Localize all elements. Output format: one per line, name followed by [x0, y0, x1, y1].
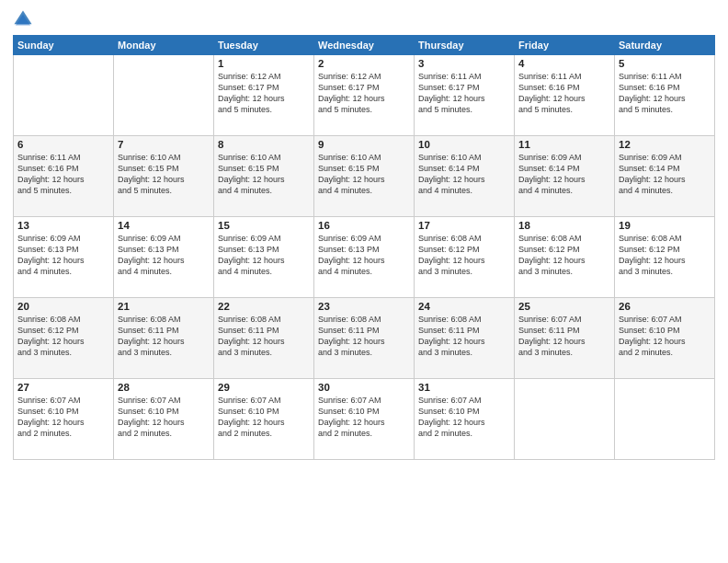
calendar-week-3: 13Sunrise: 6:09 AM Sunset: 6:13 PM Dayli… [14, 217, 715, 298]
calendar-cell: 7Sunrise: 6:10 AM Sunset: 6:15 PM Daylig… [114, 136, 214, 217]
calendar-cell: 15Sunrise: 6:09 AM Sunset: 6:13 PM Dayli… [214, 217, 314, 298]
weekday-header-wednesday: Wednesday [314, 36, 415, 55]
calendar-cell [14, 55, 114, 136]
day-number: 17 [418, 220, 510, 231]
day-info: Sunrise: 6:07 AM Sunset: 6:10 PM Dayligh… [218, 395, 310, 440]
calendar-week-1: 1Sunrise: 6:12 AM Sunset: 6:17 PM Daylig… [14, 55, 715, 136]
day-number: 30 [318, 382, 410, 393]
day-info: Sunrise: 6:08 AM Sunset: 6:12 PM Dayligh… [619, 233, 711, 278]
calendar-cell: 26Sunrise: 6:07 AM Sunset: 6:10 PM Dayli… [615, 298, 715, 379]
calendar-cell: 8Sunrise: 6:10 AM Sunset: 6:15 PM Daylig… [214, 136, 314, 217]
calendar-table: SundayMondayTuesdayWednesdayThursdayFrid… [13, 35, 715, 460]
day-info: Sunrise: 6:07 AM Sunset: 6:11 PM Dayligh… [518, 314, 610, 359]
weekday-header-saturday: Saturday [615, 36, 715, 55]
day-info: Sunrise: 6:11 AM Sunset: 6:16 PM Dayligh… [17, 152, 109, 197]
weekday-header-sunday: Sunday [14, 36, 114, 55]
calendar-cell: 12Sunrise: 6:09 AM Sunset: 6:14 PM Dayli… [615, 136, 715, 217]
day-info: Sunrise: 6:12 AM Sunset: 6:17 PM Dayligh… [218, 71, 310, 116]
calendar-cell: 27Sunrise: 6:07 AM Sunset: 6:10 PM Dayli… [14, 379, 114, 460]
calendar-cell: 29Sunrise: 6:07 AM Sunset: 6:10 PM Dayli… [214, 379, 314, 460]
day-info: Sunrise: 6:11 AM Sunset: 6:16 PM Dayligh… [518, 71, 610, 116]
calendar-cell: 6Sunrise: 6:11 AM Sunset: 6:16 PM Daylig… [14, 136, 114, 217]
calendar-cell: 4Sunrise: 6:11 AM Sunset: 6:16 PM Daylig… [515, 55, 615, 136]
header [13, 9, 715, 29]
day-number: 19 [619, 220, 711, 231]
day-info: Sunrise: 6:12 AM Sunset: 6:17 PM Dayligh… [318, 71, 410, 116]
calendar-cell [114, 55, 214, 136]
calendar-cell: 23Sunrise: 6:08 AM Sunset: 6:11 PM Dayli… [314, 298, 415, 379]
weekday-header-monday: Monday [114, 36, 214, 55]
day-info: Sunrise: 6:11 AM Sunset: 6:16 PM Dayligh… [619, 71, 711, 116]
calendar-cell: 16Sunrise: 6:09 AM Sunset: 6:13 PM Dayli… [314, 217, 415, 298]
day-info: Sunrise: 6:09 AM Sunset: 6:13 PM Dayligh… [318, 233, 410, 278]
calendar-body: 1Sunrise: 6:12 AM Sunset: 6:17 PM Daylig… [14, 55, 715, 460]
calendar-cell: 22Sunrise: 6:08 AM Sunset: 6:11 PM Dayli… [214, 298, 314, 379]
day-info: Sunrise: 6:09 AM Sunset: 6:13 PM Dayligh… [118, 233, 210, 278]
calendar-cell: 19Sunrise: 6:08 AM Sunset: 6:12 PM Dayli… [615, 217, 715, 298]
day-number: 24 [418, 301, 510, 312]
logo-icon [13, 9, 33, 29]
day-info: Sunrise: 6:08 AM Sunset: 6:11 PM Dayligh… [318, 314, 410, 359]
day-number: 10 [418, 139, 510, 150]
calendar-cell: 20Sunrise: 6:08 AM Sunset: 6:12 PM Dayli… [14, 298, 114, 379]
calendar-cell [615, 379, 715, 460]
day-info: Sunrise: 6:08 AM Sunset: 6:11 PM Dayligh… [418, 314, 510, 359]
day-info: Sunrise: 6:09 AM Sunset: 6:14 PM Dayligh… [619, 152, 711, 197]
day-info: Sunrise: 6:07 AM Sunset: 6:10 PM Dayligh… [418, 395, 510, 440]
calendar-cell: 21Sunrise: 6:08 AM Sunset: 6:11 PM Dayli… [114, 298, 214, 379]
weekday-header-tuesday: Tuesday [214, 36, 314, 55]
day-info: Sunrise: 6:07 AM Sunset: 6:10 PM Dayligh… [118, 395, 210, 440]
day-number: 31 [418, 382, 510, 393]
calendar-week-5: 27Sunrise: 6:07 AM Sunset: 6:10 PM Dayli… [14, 379, 715, 460]
day-number: 9 [318, 139, 410, 150]
day-number: 16 [318, 220, 410, 231]
calendar-cell [515, 379, 615, 460]
day-info: Sunrise: 6:11 AM Sunset: 6:17 PM Dayligh… [418, 71, 510, 116]
calendar-week-4: 20Sunrise: 6:08 AM Sunset: 6:12 PM Dayli… [14, 298, 715, 379]
calendar-cell: 28Sunrise: 6:07 AM Sunset: 6:10 PM Dayli… [114, 379, 214, 460]
day-info: Sunrise: 6:08 AM Sunset: 6:12 PM Dayligh… [418, 233, 510, 278]
day-number: 29 [218, 382, 310, 393]
day-info: Sunrise: 6:08 AM Sunset: 6:12 PM Dayligh… [518, 233, 610, 278]
day-number: 8 [218, 139, 310, 150]
calendar-cell: 9Sunrise: 6:10 AM Sunset: 6:15 PM Daylig… [314, 136, 415, 217]
day-number: 14 [118, 220, 210, 231]
calendar-cell: 31Sunrise: 6:07 AM Sunset: 6:10 PM Dayli… [415, 379, 515, 460]
day-number: 7 [118, 139, 210, 150]
calendar-cell: 18Sunrise: 6:08 AM Sunset: 6:12 PM Dayli… [515, 217, 615, 298]
day-number: 15 [218, 220, 310, 231]
day-number: 20 [17, 301, 109, 312]
day-number: 4 [518, 58, 610, 69]
day-info: Sunrise: 6:07 AM Sunset: 6:10 PM Dayligh… [619, 314, 711, 359]
day-number: 23 [318, 301, 410, 312]
day-number: 28 [118, 382, 210, 393]
weekday-header-thursday: Thursday [415, 36, 515, 55]
weekday-header-friday: Friday [515, 36, 615, 55]
day-info: Sunrise: 6:10 AM Sunset: 6:15 PM Dayligh… [118, 152, 210, 197]
day-number: 13 [17, 220, 109, 231]
day-info: Sunrise: 6:07 AM Sunset: 6:10 PM Dayligh… [318, 395, 410, 440]
day-info: Sunrise: 6:08 AM Sunset: 6:11 PM Dayligh… [218, 314, 310, 359]
day-info: Sunrise: 6:09 AM Sunset: 6:14 PM Dayligh… [518, 152, 610, 197]
calendar-cell: 14Sunrise: 6:09 AM Sunset: 6:13 PM Dayli… [114, 217, 214, 298]
day-info: Sunrise: 6:10 AM Sunset: 6:14 PM Dayligh… [418, 152, 510, 197]
day-number: 6 [17, 139, 109, 150]
logo [13, 9, 37, 29]
day-number: 12 [619, 139, 711, 150]
day-info: Sunrise: 6:08 AM Sunset: 6:12 PM Dayligh… [17, 314, 109, 359]
day-number: 22 [218, 301, 310, 312]
calendar-cell: 10Sunrise: 6:10 AM Sunset: 6:14 PM Dayli… [415, 136, 515, 217]
calendar-cell: 24Sunrise: 6:08 AM Sunset: 6:11 PM Dayli… [415, 298, 515, 379]
calendar-cell: 5Sunrise: 6:11 AM Sunset: 6:16 PM Daylig… [615, 55, 715, 136]
day-info: Sunrise: 6:08 AM Sunset: 6:11 PM Dayligh… [118, 314, 210, 359]
day-info: Sunrise: 6:09 AM Sunset: 6:13 PM Dayligh… [218, 233, 310, 278]
day-number: 25 [518, 301, 610, 312]
day-number: 1 [218, 58, 310, 69]
calendar-week-2: 6Sunrise: 6:11 AM Sunset: 6:16 PM Daylig… [14, 136, 715, 217]
calendar-cell: 17Sunrise: 6:08 AM Sunset: 6:12 PM Dayli… [415, 217, 515, 298]
calendar-cell: 3Sunrise: 6:11 AM Sunset: 6:17 PM Daylig… [415, 55, 515, 136]
calendar-cell: 13Sunrise: 6:09 AM Sunset: 6:13 PM Dayli… [14, 217, 114, 298]
day-info: Sunrise: 6:09 AM Sunset: 6:13 PM Dayligh… [17, 233, 109, 278]
day-info: Sunrise: 6:07 AM Sunset: 6:10 PM Dayligh… [17, 395, 109, 440]
day-number: 18 [518, 220, 610, 231]
